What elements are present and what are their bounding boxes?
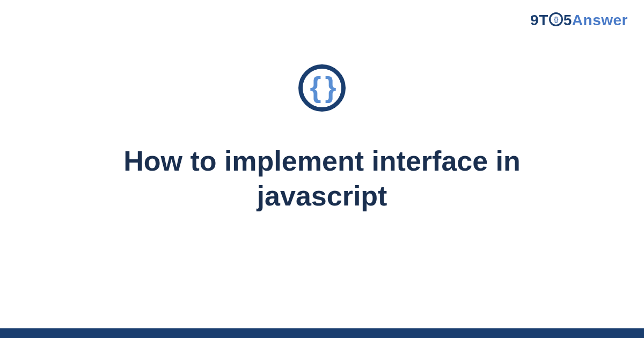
main-content: { } How to implement interface in javasc… (0, 64, 644, 214)
page-title: How to implement interface in javascript (67, 144, 577, 214)
logo-text-9t: 9T (530, 12, 548, 29)
logo-o-badge: {} (549, 12, 563, 26)
braces-glyph: { } (310, 72, 334, 101)
logo-text-5: 5 (564, 12, 572, 29)
code-braces-icon: { } (298, 64, 346, 112)
footer-accent-bar (0, 328, 644, 338)
site-logo[interactable]: 9T {} 5 Answer (530, 12, 628, 29)
logo-text-answer: Answer (572, 12, 628, 29)
logo-o-inner-braces: {} (554, 16, 558, 23)
